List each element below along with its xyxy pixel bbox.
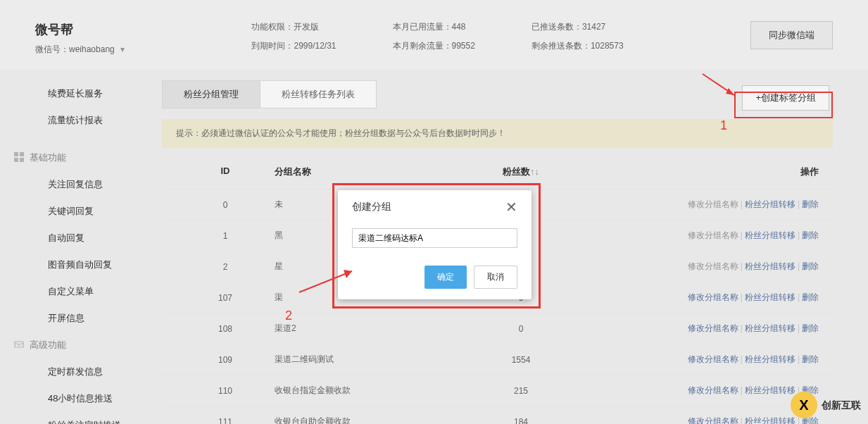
sidebar-item-follow-reply[interactable]: 关注回复信息 <box>0 171 151 198</box>
delete-link[interactable]: 删除 <box>802 323 819 333</box>
tab-transfer-tasks[interactable]: 粉丝转移任务列表 <box>260 81 376 108</box>
notice-banner: 提示：必须通过微信认证的公众号才能使用；粉丝分组数据与公众号后台数据时时同步！ <box>162 119 833 148</box>
cell-ops: 修改分组名称|粉丝分组转移|删除 <box>584 261 833 273</box>
cell-id: 107 <box>162 293 275 303</box>
cell-ops: 修改分组名称|粉丝分组转移|删除 <box>584 323 833 335</box>
rename-link[interactable]: 修改分组名称 <box>688 292 738 302</box>
cell-id: 109 <box>162 355 275 365</box>
sidebar: 续费延长服务 流量统计报表 基础功能 关注回复信息 关键词回复 自动回复 图音频… <box>0 70 151 424</box>
sidebar-item-media-reply[interactable]: 图音频自动回复 <box>0 251 151 278</box>
inbox-icon <box>14 339 24 351</box>
sidebar-heading-basic: 基础功能 <box>0 144 151 171</box>
svg-rect-0 <box>14 152 18 156</box>
transfer-link[interactable]: 粉丝分组转移 <box>745 261 795 271</box>
table-row: 110收银台指定金额收款215修改分组名称|粉丝分组转移|删除 <box>162 375 833 406</box>
col-header-id: ID <box>162 166 275 178</box>
table-row: 109渠道二维码测试1554修改分组名称|粉丝分组转移|删除 <box>162 344 833 375</box>
confirm-button[interactable]: 确定 <box>424 266 467 289</box>
sidebar-item-follow-scheduled-push[interactable]: 粉丝关注定时推送 <box>0 412 151 424</box>
caret-down-icon: ▾ <box>120 44 125 54</box>
delete-link[interactable]: 删除 <box>802 261 819 271</box>
sidebar-heading-advanced: 高级功能 <box>0 332 151 358</box>
grid-icon <box>14 152 24 162</box>
sidebar-item-custom-menu[interactable]: 自定义菜单 <box>0 278 151 305</box>
rename-link[interactable]: 修改分组名称 <box>688 323 738 333</box>
col-header-ops: 操作 <box>584 166 833 178</box>
transfer-link[interactable]: 粉丝分组转移 <box>745 230 795 240</box>
sync-wechat-button[interactable]: 同步微信端 <box>750 21 833 49</box>
delete-link[interactable]: 删除 <box>802 354 819 364</box>
cell-id: 108 <box>162 324 275 334</box>
cell-id: 0 <box>162 200 275 210</box>
cell-count: 1554 <box>458 355 584 365</box>
transfer-link[interactable]: 粉丝分组转移 <box>745 385 795 395</box>
cell-count: 0 <box>458 324 584 334</box>
sidebar-item-keyword-reply[interactable]: 关键词回复 <box>0 198 151 225</box>
svg-rect-3 <box>20 158 24 162</box>
cell-ops: 修改分组名称|粉丝分组转移|删除 <box>584 230 833 242</box>
transfer-link[interactable]: 粉丝分组转移 <box>745 199 795 209</box>
cell-id: 2 <box>162 262 275 272</box>
cell-name: 渠道2 <box>275 323 458 335</box>
transfer-link[interactable]: 粉丝分组转移 <box>745 416 795 424</box>
sidebar-item-48h-push[interactable]: 48小时信息推送 <box>0 385 151 412</box>
header-stats: 功能权限：开发版 到期时间：2999/12/31 本月已用流量：448 本月剩余… <box>251 21 623 52</box>
cell-id: 1 <box>162 231 275 241</box>
cell-count: 215 <box>458 386 584 396</box>
watermark: X 创新互联 <box>791 392 861 418</box>
rename-link[interactable]: 修改分组名称 <box>688 230 738 240</box>
cell-ops: 修改分组名称|粉丝分组转移|删除 <box>584 199 833 211</box>
cell-name: 收银台自助金额收款 <box>275 416 458 424</box>
col-header-name: 分组名称 <box>275 166 458 178</box>
cell-count: 184 <box>458 417 584 425</box>
rename-link[interactable]: 修改分组名称 <box>688 354 738 364</box>
sidebar-item-splash[interactable]: 开屏信息 <box>0 305 151 332</box>
delete-link[interactable]: 删除 <box>802 199 819 209</box>
app-title: 微号帮 <box>35 21 125 38</box>
group-name-input[interactable] <box>352 228 517 248</box>
create-group-modal: 创建分组 ✕ 确定 取消 <box>338 190 532 299</box>
sidebar-item-scheduled-broadcast[interactable]: 定时群发信息 <box>0 358 151 385</box>
cancel-button[interactable]: 取消 <box>474 266 517 289</box>
modal-title: 创建分组 <box>352 201 391 213</box>
rename-link[interactable]: 修改分组名称 <box>688 385 738 395</box>
sidebar-item-renew[interactable]: 续费延长服务 <box>0 80 151 107</box>
cell-ops: 修改分组名称|粉丝分组转移|删除 <box>584 292 833 304</box>
col-header-count[interactable]: 粉丝数↑↓ <box>458 166 584 178</box>
table-row: 108渠道20修改分组名称|粉丝分组转移|删除 <box>162 313 833 344</box>
tabs: 粉丝分组管理 粉丝转移任务列表 <box>162 80 377 108</box>
svg-rect-2 <box>14 158 18 162</box>
page-header: 微号帮 微信号：weihaobang ▾ 功能权限：开发版 到期时间：2999/… <box>0 0 868 70</box>
delete-link[interactable]: 删除 <box>802 230 819 240</box>
wechat-id-row[interactable]: 微信号：weihaobang ▾ <box>35 44 125 56</box>
cell-name: 渠道二维码测试 <box>275 354 458 366</box>
create-group-button[interactable]: +创建标签分组 <box>742 85 829 111</box>
cell-id: 111 <box>162 417 275 425</box>
cell-id: 110 <box>162 386 275 396</box>
transfer-link[interactable]: 粉丝分组转移 <box>745 292 795 302</box>
sidebar-item-traffic-report[interactable]: 流量统计报表 <box>0 107 151 134</box>
cell-ops: 修改分组名称|粉丝分组转移|删除 <box>584 354 833 366</box>
tab-group-manage[interactable]: 粉丝分组管理 <box>163 81 260 108</box>
rename-link[interactable]: 修改分组名称 <box>688 416 738 424</box>
delete-link[interactable]: 删除 <box>802 292 819 302</box>
table-header: ID 分组名称 粉丝数↑↓ 操作 <box>162 155 833 189</box>
svg-rect-1 <box>20 152 24 156</box>
watermark-logo-icon: X <box>791 392 817 418</box>
transfer-link[interactable]: 粉丝分组转移 <box>745 354 795 364</box>
rename-link[interactable]: 修改分组名称 <box>688 199 738 209</box>
transfer-link[interactable]: 粉丝分组转移 <box>745 323 795 333</box>
close-icon[interactable]: ✕ <box>505 199 517 216</box>
sidebar-item-auto-reply[interactable]: 自动回复 <box>0 225 151 251</box>
cell-name: 收银台指定金额收款 <box>275 385 458 397</box>
sort-icon: ↑↓ <box>530 166 539 177</box>
table-row: 111收银台自助金额收款184修改分组名称|粉丝分组转移|删除 <box>162 406 833 424</box>
rename-link[interactable]: 修改分组名称 <box>688 261 738 271</box>
